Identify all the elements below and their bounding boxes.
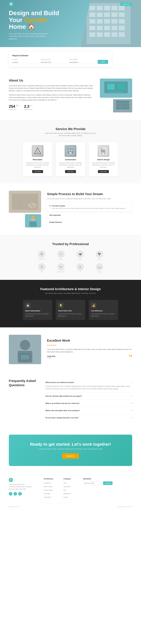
svg-rect-42 — [68, 150, 70, 151]
about-title: About Us — [9, 78, 94, 82]
newsletter-subscribe-button[interactable]: Subscribe — [103, 482, 113, 485]
footer: R Lorem ipsum dolor sit amet, consectetu… — [0, 472, 141, 510]
faq-answer-0: Lorem ipsum dolor sit amet, consectetur … — [45, 385, 132, 390]
testimonial-title: Excellent Work — [47, 339, 132, 342]
testimonial-images — [9, 335, 41, 364]
linkedin-icon[interactable]: in — [18, 492, 22, 496]
svg-rect-63 — [30, 217, 36, 218]
faq-toggle-1: + — [131, 395, 132, 397]
featured-icon-1: 💡 — [58, 303, 63, 308]
faq-question-0[interactable]: What services do architects provide? − — [45, 381, 132, 384]
footer-link[interactable]: Blog — [63, 489, 66, 491]
footer-col-company-title: Company — [63, 478, 79, 480]
cta-button[interactable]: Contact Us — [62, 453, 79, 458]
service-interior-title: Interior Design — [91, 158, 116, 161]
footer-logo: R — [9, 478, 39, 482]
testimonial-content: Excellent Work ★★★★★ Lorem ipsum dolor s… — [47, 339, 132, 360]
footer-link[interactable]: Exterior Design — [44, 489, 53, 491]
process-images — [9, 191, 41, 228]
facebook-icon[interactable]: f — [9, 492, 12, 496]
twitter-icon[interactable]: t — [13, 492, 17, 496]
submit-button[interactable]: Submit — [98, 60, 108, 64]
renovation-icon: ⚠ — [32, 145, 43, 157]
svg-rect-45 — [67, 148, 74, 149]
svg-rect-43 — [71, 150, 73, 151]
service-card-construction: Construction Lorem ipsum dolor sit amet,… — [56, 142, 85, 176]
faq-question-2[interactable]: What is an architect and why do I need o… — [45, 402, 132, 404]
faq-item-1: How do I find the right architect for my… — [45, 392, 132, 400]
email-input[interactable] — [69, 61, 96, 64]
author-role: Google — [47, 357, 132, 359]
footer-powered-by: Powered by Seco.io — [9, 506, 19, 507]
services-subtitle: Lorem ipsum dolor sit amet, consectetur … — [41, 132, 100, 137]
service-construction-btn[interactable]: Learn More — [65, 170, 76, 173]
service-interior-desc: Lorem ipsum dolor sit amet, consectetur … — [91, 162, 116, 168]
footer-link[interactable]: Contact — [63, 496, 68, 498]
author-name: JOHN DOE — [47, 356, 132, 357]
location-field: Location — [12, 59, 39, 64]
svg-rect-33 — [116, 101, 129, 110]
logo-0: 🏛 Arkbly Group — [34, 250, 49, 260]
faq-question-4[interactable]: Do you have a sample deal that I can vie… — [45, 416, 132, 419]
faq-toggle-4: + — [131, 416, 132, 419]
estimate-title: Request Estimate — [12, 54, 108, 57]
process-steps: Concept Creation Lorem ipsum dolor sit a… — [47, 203, 132, 226]
logo-7: 📖 Library — [92, 263, 107, 272]
hero-description: Lorem ipsum dolor sit amet, consectetur … — [9, 32, 50, 40]
dimension-input[interactable] — [41, 61, 68, 64]
trusted-section: Trusted by Professional 🏛 Arkbly Group ⬡… — [0, 235, 141, 280]
about-section: About Us Lorem ipsum dolor sit amet, con… — [0, 71, 141, 120]
featured-title-2: Cost Efficiency — [91, 310, 116, 312]
about-stats: 254 M + Project Done 2.3 K + Happy Clien… — [9, 104, 94, 110]
footer-link-item: About — [63, 482, 79, 484]
featured-desc-1: Lorem ipsum dolor sit amet, consectetur … — [58, 313, 83, 317]
faq-question-3[interactable]: What is the real added value of an archi… — [45, 409, 132, 412]
footer-newsletter-title: Newsletter — [83, 478, 113, 480]
use-terms-link[interactable]: Use Terms — [127, 506, 132, 507]
footer-link-item: Architecture — [44, 482, 59, 484]
footer-link[interactable]: Renovation — [44, 493, 50, 494]
featured-card-2: 💰 Cost Efficiency Lorem ipsum dolor sit … — [89, 300, 118, 320]
logo-1: ⬡ Studio — [53, 250, 69, 260]
testimonial-author: JOHN DOE Google — [47, 356, 132, 359]
footer-link[interactable]: Construction — [44, 496, 51, 498]
logo-4: ⚙ Craft — [34, 263, 49, 272]
footer-company-links: About Partnership Blog Media/Press Conta… — [63, 482, 79, 498]
privacy-policy-link[interactable]: Privacy Policy — [118, 506, 125, 507]
svg-rect-44 — [69, 152, 72, 154]
faq-question-1[interactable]: How do I find the right architect for my… — [45, 395, 132, 397]
footer-link[interactable]: Architecture — [44, 482, 51, 484]
testimonial-section: Excellent Work ★★★★★ Lorem ipsum dolor s… — [0, 327, 141, 372]
featured-icon-0: 🏠 — [25, 303, 30, 308]
hero-content: Design and Build Your Custom Home 🏠 Lore… — [9, 10, 132, 40]
svg-rect-30 — [118, 84, 125, 90]
social-icons: f t in — [9, 492, 39, 496]
svg-rect-49 — [105, 152, 105, 154]
footer-link[interactable]: Interior Design — [44, 486, 52, 487]
faq-section: Frequently Asked Questions What services… — [0, 372, 141, 429]
testimonial-quote: Lorem ipsum dolor sit amet, consectetur … — [47, 348, 132, 353]
service-card-renovation: ⚠ Renovation Lorem ipsum dolor sit amet,… — [23, 142, 52, 176]
svg-rect-64 — [29, 222, 37, 227]
service-construction-desc: Lorem ipsum dolor sit amet, consectetur … — [58, 162, 83, 168]
svg-rect-50 — [101, 152, 106, 152]
services-section: Service We Provide Lorem ipsum dolor sit… — [0, 120, 141, 183]
service-interior-btn[interactable]: Learn More — [98, 170, 109, 173]
nav-cta-button[interactable]: Contact Us — [120, 2, 132, 6]
about-image-main — [100, 78, 132, 98]
footer-link[interactable]: Media/Press — [63, 493, 71, 494]
cta-title: Ready to get started. Let's work togethe… — [16, 442, 125, 447]
process-step-1: Site Inspection — [47, 212, 132, 219]
footer-col-architecture: Architecture Architecture Interior Desig… — [44, 478, 59, 499]
footer-link-item: Exterior Design — [44, 488, 59, 491]
process-step-2: Design Advisory — [47, 219, 132, 226]
email-field: Email Address — [69, 59, 96, 64]
service-renovation-btn[interactable]: Learn More — [32, 170, 43, 173]
footer-col-arch-title: Architecture — [44, 478, 59, 480]
location-input[interactable] — [12, 61, 39, 64]
footer-link-item: Construction — [44, 496, 59, 498]
featured-card-0: 🏠 Space Optimization Lorem ipsum dolor s… — [23, 300, 52, 320]
newsletter-input[interactable] — [83, 482, 102, 485]
footer-link[interactable]: Partnership — [63, 486, 70, 487]
footer-link[interactable]: About — [63, 482, 67, 484]
